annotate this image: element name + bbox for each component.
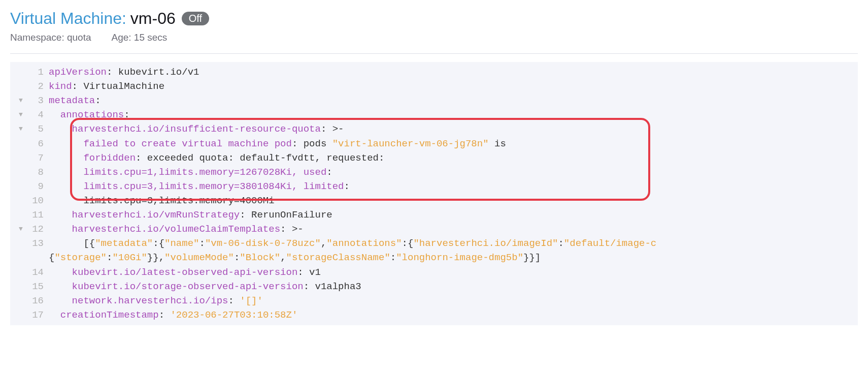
fold-arrow-icon bbox=[15, 194, 26, 196]
age-label: Age: 15 secs bbox=[112, 32, 168, 43]
fold-arrow-icon bbox=[15, 137, 26, 139]
header-divider bbox=[10, 53, 858, 54]
fold-arrow-icon[interactable]: ▼ bbox=[15, 122, 26, 134]
line-number: 7 bbox=[26, 151, 49, 165]
code-content[interactable]: failed to create virtual machine pod: po… bbox=[49, 137, 506, 151]
code-line[interactable]: ▼12 harvesterhci.io/volumeClaimTemplates… bbox=[10, 222, 858, 236]
meta-row: Namespace: quota Age: 15 secs bbox=[10, 32, 858, 43]
code-content[interactable]: harvesterhci.io/insufficient-resource-qu… bbox=[49, 122, 344, 136]
code-line[interactable]: 1apiVersion: kubevirt.io/v1 bbox=[10, 65, 858, 79]
fold-arrow-icon bbox=[15, 251, 26, 253]
code-content[interactable]: network.harvesterhci.io/ips: '[]' bbox=[49, 294, 263, 308]
code-content[interactable]: kubevirt.io/latest-observed-api-version:… bbox=[49, 265, 321, 279]
code-line[interactable]: 17 creationTimestamp: '2023-06-27T03:10:… bbox=[10, 308, 858, 322]
code-line[interactable]: 8 limits.cpu=1,limits.memory=1267028Ki, … bbox=[10, 165, 858, 179]
fold-arrow-icon[interactable]: ▼ bbox=[15, 108, 26, 119]
namespace-label: Namespace: quota bbox=[10, 32, 91, 43]
code-content[interactable]: limits.cpu=3,limits.memory=3801084Ki, li… bbox=[49, 179, 350, 194]
line-number: 16 bbox=[26, 294, 49, 308]
fold-arrow-icon bbox=[15, 165, 26, 167]
fold-arrow-icon bbox=[15, 265, 26, 267]
code-content[interactable]: forbidden: exceeded quota: default-fvdtt… bbox=[49, 151, 384, 165]
line-number: 15 bbox=[26, 279, 49, 294]
code-content[interactable]: limits.cpu=3,limits.memory=4000Mi bbox=[49, 194, 275, 208]
code-content[interactable]: harvesterhci.io/volumeClaimTemplates: >- bbox=[49, 222, 304, 236]
code-content[interactable]: {"storage":"10Gi"}},"volumeMode":"Block"… bbox=[49, 251, 541, 265]
fold-arrow-icon[interactable]: ▼ bbox=[15, 94, 26, 105]
vm-name: vm-06 bbox=[130, 9, 176, 28]
line-number: 17 bbox=[26, 308, 49, 322]
code-line[interactable]: 7 forbidden: exceeded quota: default-fvd… bbox=[10, 151, 858, 165]
code-line[interactable]: ▼3metadata: bbox=[10, 94, 858, 108]
code-content[interactable]: [{"metadata":{"name":"vm-06-disk-0-78uzc… bbox=[49, 236, 656, 251]
code-content[interactable]: kind: VirtualMachine bbox=[49, 79, 164, 94]
line-number: 2 bbox=[26, 79, 49, 94]
fold-arrow-icon bbox=[15, 65, 26, 67]
fold-arrow-icon bbox=[15, 236, 26, 238]
fold-arrow-icon bbox=[15, 308, 26, 310]
fold-arrow-icon bbox=[15, 208, 26, 210]
fold-arrow-icon bbox=[15, 279, 26, 282]
code-content[interactable]: annotations: bbox=[49, 108, 130, 122]
line-number: 6 bbox=[26, 137, 49, 151]
status-badge: Off bbox=[182, 12, 209, 25]
code-line[interactable]: 15 kubevirt.io/storage-observed-api-vers… bbox=[10, 279, 858, 294]
code-content[interactable]: kubevirt.io/storage-observed-api-version… bbox=[49, 279, 361, 294]
fold-arrow-icon bbox=[15, 151, 26, 153]
line-number: 9 bbox=[26, 179, 49, 194]
page-header: Virtual Machine: vm-06 Off bbox=[10, 9, 858, 28]
fold-arrow-icon bbox=[15, 179, 26, 181]
code-line[interactable]: 9 limits.cpu=3,limits.memory=3801084Ki, … bbox=[10, 179, 858, 194]
code-line[interactable]: ▼4 annotations: bbox=[10, 108, 858, 122]
code-content[interactable]: metadata: bbox=[49, 94, 101, 108]
code-line[interactable]: 11 harvesterhci.io/vmRunStrategy: RerunO… bbox=[10, 208, 858, 222]
code-content[interactable]: creationTimestamp: '2023-06-27T03:10:58Z… bbox=[49, 308, 297, 322]
yaml-editor[interactable]: 1apiVersion: kubevirt.io/v12kind: Virtua… bbox=[10, 62, 858, 325]
code-line[interactable]: 14 kubevirt.io/latest-observed-api-versi… bbox=[10, 265, 858, 279]
code-line[interactable]: 13 [{"metadata":{"name":"vm-06-disk-0-78… bbox=[10, 236, 858, 251]
code-line[interactable]: ▼5 harvesterhci.io/insufficient-resource… bbox=[10, 122, 858, 136]
line-number: 14 bbox=[26, 265, 49, 279]
code-content[interactable]: apiVersion: kubevirt.io/v1 bbox=[49, 65, 199, 79]
code-line[interactable]: 6 failed to create virtual machine pod: … bbox=[10, 137, 858, 151]
line-number: 13 bbox=[26, 236, 49, 251]
code-content[interactable]: limits.cpu=1,limits.memory=1267028Ki, us… bbox=[49, 165, 332, 179]
line-number: 8 bbox=[26, 165, 49, 179]
code-line[interactable]: 2kind: VirtualMachine bbox=[10, 79, 858, 94]
code-line[interactable]: 10 limits.cpu=3,limits.memory=4000Mi bbox=[10, 194, 858, 208]
code-content[interactable]: harvesterhci.io/vmRunStrategy: RerunOnFa… bbox=[49, 208, 332, 222]
fold-arrow-icon bbox=[15, 294, 26, 296]
line-number: 3 bbox=[26, 94, 49, 108]
line-number: 4 bbox=[26, 108, 49, 122]
line-number: 10 bbox=[26, 194, 49, 208]
line-number: 1 bbox=[26, 65, 49, 79]
line-number: 12 bbox=[26, 222, 49, 236]
fold-arrow-icon bbox=[15, 79, 26, 81]
title-prefix: Virtual Machine: bbox=[10, 9, 126, 28]
code-line[interactable]: {"storage":"10Gi"}},"volumeMode":"Block"… bbox=[10, 251, 858, 265]
line-number: 5 bbox=[26, 122, 49, 136]
code-line[interactable]: 16 network.harvesterhci.io/ips: '[]' bbox=[10, 294, 858, 308]
line-number: 11 bbox=[26, 208, 49, 222]
fold-arrow-icon[interactable]: ▼ bbox=[15, 222, 26, 234]
